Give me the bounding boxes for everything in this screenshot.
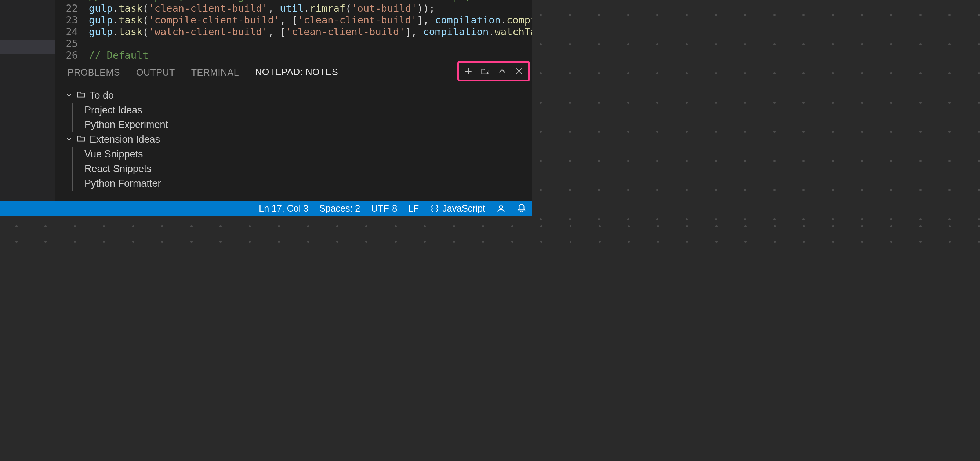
tab-output[interactable]: OUTPUT: [136, 61, 175, 83]
code-content: [89, 38, 532, 49]
chevron-down-icon: [65, 134, 73, 145]
bell-icon[interactable]: [517, 204, 527, 213]
tab-notepad[interactable]: NOTEPAD: NOTES: [255, 61, 338, 83]
notes-folder[interactable]: Extension Ideas: [65, 132, 532, 147]
panel-actions-highlighted: [457, 61, 530, 81]
code-content: // Default: [89, 49, 532, 59]
svg-point-0: [500, 205, 503, 208]
code-line[interactable]: 26// Default: [55, 49, 532, 59]
tab-terminal[interactable]: TERMINAL: [191, 61, 239, 83]
status-encoding[interactable]: UTF-8: [371, 203, 397, 214]
activity-bar-stub: [0, 0, 55, 59]
line-number: 25: [55, 38, 89, 49]
status-language[interactable]: JavaScript: [430, 203, 485, 214]
code-content: // Full compile, including nls and inlin…: [89, 0, 532, 3]
line-number: 21: [55, 0, 89, 3]
chevron-down-icon: [65, 90, 73, 101]
new-folder-icon[interactable]: [480, 66, 491, 77]
bottom-panel: PROBLEMS OUTPUT TERMINAL NOTEPAD: NOTES: [55, 59, 532, 215]
sidebar-strip: [0, 59, 55, 215]
code-line[interactable]: 22gulp.task('clean-client-build', util.r…: [55, 3, 532, 14]
code-content: gulp.task('watch-client-build', ['clean-…: [89, 26, 532, 38]
notes-folder-label: Extension Ideas: [89, 134, 160, 145]
notes-item[interactable]: Vue Snippets: [72, 147, 532, 162]
chevron-up-icon[interactable]: [496, 66, 508, 77]
status-spaces[interactable]: Spaces: 2: [319, 203, 360, 214]
feedback-icon[interactable]: [496, 204, 506, 213]
tab-problems[interactable]: PROBLEMS: [68, 61, 120, 83]
status-eol[interactable]: LF: [408, 203, 419, 214]
code-line[interactable]: 24gulp.task('watch-client-build', ['clea…: [55, 26, 532, 38]
code-line[interactable]: 21// Full compile, including nls and inl…: [55, 0, 532, 3]
status-language-label: JavaScript: [442, 203, 485, 214]
line-number: 26: [55, 49, 89, 59]
notes-item[interactable]: Python Formatter: [72, 176, 532, 191]
code-content: gulp.task('compile-client-build', ['clea…: [89, 14, 532, 26]
status-lncol[interactable]: Ln 17, Col 3: [259, 203, 308, 214]
notes-item[interactable]: React Snippets: [72, 162, 532, 176]
sidebar-selection: [0, 40, 55, 54]
status-bar: Ln 17, Col 3 Spaces: 2 UTF-8 LF JavaScri…: [0, 201, 532, 215]
line-number: 24: [55, 26, 89, 38]
folder-icon: [76, 89, 86, 101]
notes-item[interactable]: Project Ideas: [72, 103, 532, 117]
plus-icon[interactable]: [463, 66, 474, 77]
code-content: gulp.task('clean-client-build', util.rim…: [89, 3, 532, 14]
notes-tree: To doProject IdeasPython ExperimentExten…: [55, 85, 532, 191]
notes-folder[interactable]: To do: [65, 88, 532, 103]
notes-item[interactable]: Python Experiment: [72, 117, 532, 132]
code-line[interactable]: 25: [55, 38, 532, 49]
line-number: 22: [55, 3, 89, 14]
code-line[interactable]: 23gulp.task('compile-client-build', ['cl…: [55, 14, 532, 26]
code-editor[interactable]: 21// Full compile, including nls and inl…: [55, 0, 532, 59]
editor-area: 21// Full compile, including nls and inl…: [0, 0, 532, 59]
line-number: 23: [55, 14, 89, 26]
folder-icon: [76, 133, 86, 146]
vscode-window: 21// Full compile, including nls and inl…: [0, 0, 532, 215]
close-icon[interactable]: [514, 66, 525, 77]
notes-folder-label: To do: [89, 90, 114, 101]
dotted-background-right: [539, 14, 980, 220]
